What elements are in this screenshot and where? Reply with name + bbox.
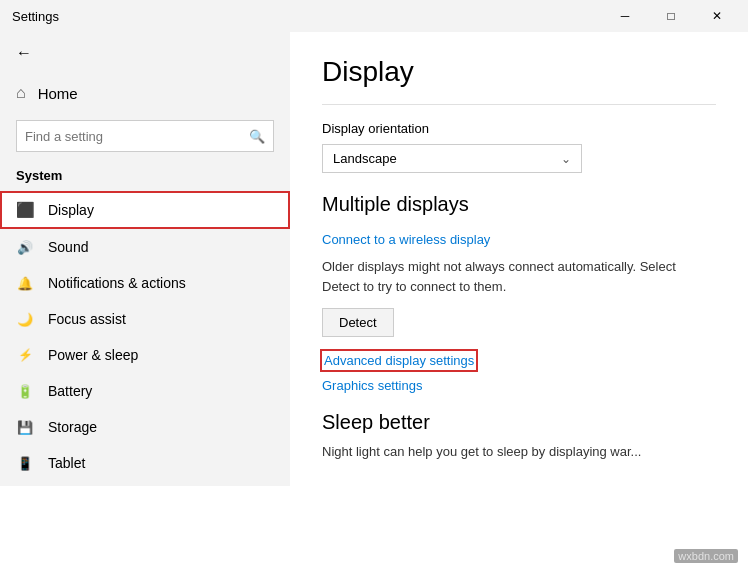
sidebar-item-battery[interactable]: 🔋 Battery	[0, 373, 290, 409]
search-box[interactable]: 🔍	[16, 120, 274, 152]
sidebar-section-label: System	[0, 164, 290, 191]
notifications-icon: 🔔	[16, 276, 34, 291]
sidebar-item-home[interactable]: ⌂ Home	[0, 74, 290, 112]
sidebar-item-power[interactable]: ⚡ Power & sleep	[0, 337, 290, 373]
display-label: Display	[48, 202, 94, 218]
orientation-value: Landscape	[333, 151, 397, 166]
sleep-title: Sleep better	[322, 411, 716, 434]
orientation-label: Display orientation	[322, 121, 716, 136]
close-button[interactable]: ✕	[694, 0, 740, 32]
notifications-label: Notifications & actions	[48, 275, 186, 291]
sidebar-item-notifications[interactable]: 🔔 Notifications & actions	[0, 265, 290, 301]
title-bar-left: Settings	[12, 9, 59, 24]
back-arrow-icon: ←	[16, 44, 32, 62]
tablet-label: Tablet	[48, 455, 85, 471]
tablet-icon: 📱	[16, 456, 34, 471]
sidebar: ← ⌂ Home 🔍 System ⬛ Display 🔊 Sound	[0, 32, 290, 486]
app-body: ← ⌂ Home 🔍 System ⬛ Display 🔊 Sound	[0, 32, 748, 486]
settings-title: Settings	[12, 9, 59, 24]
power-icon: ⚡	[16, 348, 34, 362]
minimize-button[interactable]: ─	[602, 0, 648, 32]
focus-icon: 🌙	[16, 312, 34, 327]
focus-label: Focus assist	[48, 311, 126, 327]
title-bar-controls: ─ □ ✕	[602, 0, 740, 32]
title-bar: Settings ─ □ ✕	[0, 0, 748, 32]
search-icon: 🔍	[249, 129, 265, 144]
sidebar-item-storage[interactable]: 💾 Storage	[0, 409, 290, 445]
sound-icon: 🔊	[16, 240, 34, 255]
wireless-display-link[interactable]: Connect to a wireless display	[322, 232, 490, 247]
sound-label: Sound	[48, 239, 88, 255]
title-divider	[322, 104, 716, 105]
chevron-down-icon: ⌄	[561, 152, 571, 166]
home-icon: ⌂	[16, 84, 26, 102]
sidebar-item-display[interactable]: ⬛ Display	[0, 191, 290, 229]
storage-label: Storage	[48, 419, 97, 435]
back-button[interactable]: ←	[0, 32, 290, 74]
battery-label: Battery	[48, 383, 92, 399]
home-label: Home	[38, 85, 78, 102]
orientation-dropdown[interactable]: Landscape ⌄	[322, 144, 582, 173]
search-input[interactable]	[25, 129, 249, 144]
advanced-display-settings-link[interactable]: Advanced display settings	[322, 351, 476, 370]
graphics-settings-link[interactable]: Graphics settings	[322, 378, 422, 393]
multiple-displays-description: Older displays might not always connect …	[322, 257, 702, 296]
sidebar-item-sound[interactable]: 🔊 Sound	[0, 229, 290, 265]
sleep-description: Night light can help you get to sleep by…	[322, 442, 716, 462]
maximize-button[interactable]: □	[648, 0, 694, 32]
detect-button[interactable]: Detect	[322, 308, 394, 337]
battery-icon: 🔋	[16, 384, 34, 399]
sidebar-item-tablet[interactable]: 📱 Tablet	[0, 445, 290, 481]
page-title: Display	[322, 56, 716, 88]
display-icon: ⬛	[16, 201, 34, 219]
sidebar-item-focus[interactable]: 🌙 Focus assist	[0, 301, 290, 337]
watermark: wxbdn.com	[674, 549, 738, 563]
power-label: Power & sleep	[48, 347, 138, 363]
main-content: Display Display orientation Landscape ⌄ …	[290, 32, 748, 486]
storage-icon: 💾	[16, 420, 34, 435]
multiple-displays-title: Multiple displays	[322, 193, 716, 216]
